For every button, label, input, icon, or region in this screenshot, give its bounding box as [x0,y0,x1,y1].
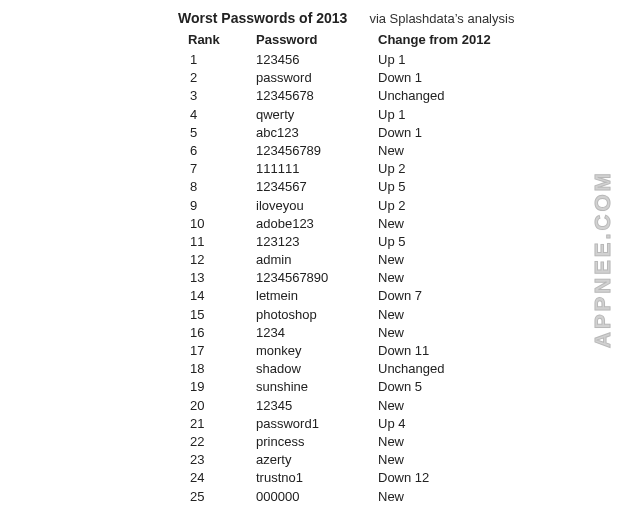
page-subtitle: via Splashdata’s analysis [369,11,514,26]
cell-password: trustno1 [256,469,366,487]
cell-change: New [378,324,404,342]
cell-change: Unchanged [378,360,445,378]
table-row: 4qwertyUp 1 [0,106,620,124]
cell-change: New [378,488,404,506]
cell-password: 123123 [256,233,366,251]
cell-password: photoshop [256,306,366,324]
cell-password: monkey [256,342,366,360]
cell-rank: 14 [190,287,248,305]
cell-change: New [378,433,404,451]
cell-change: New [378,215,404,233]
cell-rank: 6 [190,142,248,160]
table-row: 14letmeinDown 7 [0,287,620,305]
table-row: 81234567Up 5 [0,178,620,196]
table-row: 19sunshineDown 5 [0,378,620,396]
cell-rank: 23 [190,451,248,469]
table-row: 312345678Unchanged [0,87,620,105]
table-row: 2passwordDown 1 [0,69,620,87]
table-row: 5abc123Down 1 [0,124,620,142]
column-header-rank: Rank [188,32,248,47]
cell-rank: 19 [190,378,248,396]
table-row: 131234567890New [0,269,620,287]
page-title: Worst Passwords of 2013 [178,10,347,26]
cell-rank: 5 [190,124,248,142]
cell-password: letmein [256,287,366,305]
cell-change: Up 4 [378,415,405,433]
cell-change: Down 5 [378,378,422,396]
cell-password: abc123 [256,124,366,142]
cell-rank: 2 [190,69,248,87]
cell-rank: 4 [190,106,248,124]
cell-change: Down 12 [378,469,429,487]
watermark-text: APPNEE.COM [590,170,616,348]
table-row: 18shadowUnchanged [0,360,620,378]
cell-password: 12345678 [256,87,366,105]
table-row: 23azertyNew [0,451,620,469]
table-row: 17monkeyDown 11 [0,342,620,360]
cell-password: shadow [256,360,366,378]
cell-rank: 20 [190,397,248,415]
cell-change: Up 5 [378,233,405,251]
cell-change: New [378,451,404,469]
cell-change: Down 1 [378,69,422,87]
cell-change: Up 5 [378,178,405,196]
cell-rank: 8 [190,178,248,196]
cell-password: qwerty [256,106,366,124]
cell-rank: 9 [190,197,248,215]
cell-change: Down 11 [378,342,429,360]
header-row: Worst Passwords of 2013 via Splashdata’s… [0,10,620,26]
cell-password: 123456789 [256,142,366,160]
table-row: 15photoshopNew [0,306,620,324]
cell-rank: 1 [190,51,248,69]
cell-rank: 24 [190,469,248,487]
cell-rank: 21 [190,415,248,433]
table-row: 10adobe123New [0,215,620,233]
cell-password: adobe123 [256,215,366,233]
table-row: 6123456789New [0,142,620,160]
cell-password: 123456 [256,51,366,69]
cell-change: Down 1 [378,124,422,142]
cell-password: 111111 [256,160,366,178]
cell-change: Up 2 [378,160,405,178]
cell-change: Down 7 [378,287,422,305]
cell-change: Up 1 [378,106,405,124]
cell-password: iloveyou [256,197,366,215]
cell-password: 1234567890 [256,269,366,287]
table-row: 12adminNew [0,251,620,269]
cell-password: sunshine [256,378,366,396]
cell-rank: 15 [190,306,248,324]
table-body: 1123456Up 12passwordDown 1312345678Uncha… [0,51,620,506]
cell-change: New [378,269,404,287]
table-row: 7111111Up 2 [0,160,620,178]
cell-password: azerty [256,451,366,469]
table-row: 2012345New [0,397,620,415]
cell-rank: 12 [190,251,248,269]
cell-change: Up 2 [378,197,405,215]
cell-password: password1 [256,415,366,433]
table-row: 11123123Up 5 [0,233,620,251]
cell-change: New [378,251,404,269]
column-header-password: Password [256,32,366,47]
cell-password: 1234 [256,324,366,342]
document-page: Worst Passwords of 2013 via Splashdata’s… [0,0,620,506]
table-row: 25000000New [0,488,620,506]
table-row: 24trustno1Down 12 [0,469,620,487]
cell-change: New [378,142,404,160]
cell-password: 000000 [256,488,366,506]
table-row: 21password1Up 4 [0,415,620,433]
cell-rank: 13 [190,269,248,287]
cell-rank: 22 [190,433,248,451]
cell-change: Unchanged [378,87,445,105]
cell-change: Up 1 [378,51,405,69]
cell-change: New [378,397,404,415]
cell-rank: 18 [190,360,248,378]
cell-password: password [256,69,366,87]
cell-password: 12345 [256,397,366,415]
cell-change: New [378,306,404,324]
cell-rank: 25 [190,488,248,506]
cell-rank: 17 [190,342,248,360]
column-header-row: Rank Password Change from 2012 [0,32,620,47]
cell-rank: 11 [190,233,248,251]
cell-rank: 7 [190,160,248,178]
cell-password: 1234567 [256,178,366,196]
